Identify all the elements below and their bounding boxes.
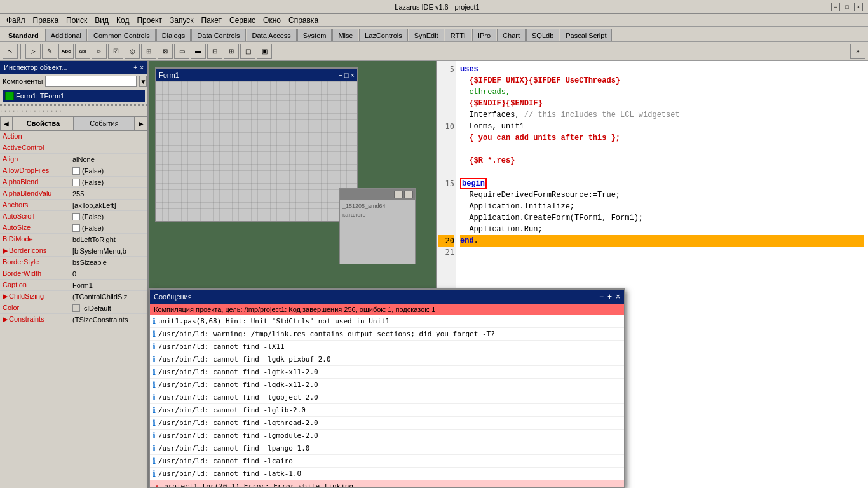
comp-btn-14[interactable]: ◫ [240,44,255,59]
menu-item-проект[interactable]: Проект [133,15,166,26]
palette-tab-ipro[interactable]: IPro [472,29,496,41]
menu-item-правка[interactable]: Правка [29,15,63,26]
tab-properties[interactable]: Свойства [13,116,74,130]
components-dropdown-btn[interactable]: ▼ [139,76,147,87]
prop-row-allowdropfiles[interactable]: AllowDropFiles(False) [0,165,147,177]
messages-close-btn[interactable]: × [616,292,620,301]
prop-checkbox-autosize[interactable] [72,224,80,232]
comp-btn-8[interactable]: ⊞ [141,44,156,59]
inspector-add-btn[interactable]: + [133,64,137,71]
palette-tab-additional[interactable]: Additional [45,29,87,41]
menu-item-файл[interactable]: Файл [3,15,29,26]
menu-item-вид[interactable]: Вид [91,15,112,26]
comp-btn-9[interactable]: ⊠ [158,44,173,59]
props-next-btn[interactable]: ▶ [135,116,147,130]
menu-item-запуск[interactable]: Запуск [166,15,198,26]
message-row-0[interactable]: ℹunit1.pas(8,68) Hint: Unit "StdCtrls" n… [150,315,624,328]
prop-row-alphablendvalu[interactable]: AlphaBlendValu255 [0,188,147,200]
palette-tab-misc[interactable]: Misc [332,29,358,41]
form1-content[interactable] [156,81,357,221]
menu-item-поиск[interactable]: Поиск [62,15,91,26]
prop-checkbox-autoscroll[interactable] [72,213,80,220]
message-row-4[interactable]: ℹ/usr/bin/ld: cannot find -lgtk-x11-2.0 [150,366,624,379]
palette-tab-rtti[interactable]: RTTI [445,29,471,41]
palette-tab-sqldb[interactable]: SQLdb [526,29,559,41]
menu-item-пакет[interactable]: Пакет [198,15,226,26]
palette-tab-chart[interactable]: Chart [497,29,526,41]
prop-row-borderstyle[interactable]: BorderStylebsSizeable [0,257,147,268]
comp-btn-6[interactable]: ☑ [108,44,123,59]
prop-row-color[interactable]: ColorclDefault [0,302,147,314]
message-row-5[interactable]: ℹ/usr/bin/ld: cannot find -lgdk-x11-2.0 [150,379,624,391]
palette-tab-lazcontrols[interactable]: LazControls [359,29,408,41]
close-button[interactable]: × [854,3,863,11]
menu-item-сервис[interactable]: Сервис [226,15,259,26]
inspector-close-btn[interactable]: × [140,64,144,71]
comp-btn-13[interactable]: ⊞ [224,44,239,59]
menu-item-код[interactable]: Код [112,15,133,26]
palette-tab-standard[interactable]: Standard [3,29,44,41]
comp-btn-12[interactable]: ⊟ [207,44,222,59]
prop-row-caption[interactable]: CaptionForm1 [0,280,147,291]
menu-item-справка[interactable]: Справка [285,15,322,26]
tree-item-form1[interactable]: Form1: TForm1 [3,90,145,102]
tab-events[interactable]: События [74,116,135,130]
message-row-11[interactable]: ℹ/usr/bin/ld: cannot find -lcairo [150,455,624,468]
comp-btn-7[interactable]: ◎ [125,44,140,59]
message-row-10[interactable]: ℹ/usr/bin/ld: cannot find -lpango-1.0 [150,442,624,455]
prop-checkbox-allowdropfiles[interactable] [72,167,80,175]
comp-btn-10[interactable]: ▭ [174,44,189,59]
comp-btn-4[interactable]: abl [75,44,90,59]
prop-row-autosize[interactable]: AutoSize(False) [0,222,147,234]
message-row-3[interactable]: ℹ/usr/bin/ld: cannot find -lgdk_pixbuf-2… [150,353,624,366]
palette-tab-data-controls[interactable]: Data Controls [191,29,245,41]
prop-row-borderwidth[interactable]: BorderWidth0 [0,268,147,280]
comp-btn-15[interactable]: ▣ [257,44,272,59]
prop-row-anchors[interactable]: Anchors[akTop,akLeft] [0,200,147,211]
palette-tab-synedit[interactable]: SynEdit [409,29,444,41]
message-row-1[interactable]: ℹ/usr/bin/ld: warning: /tmp/link.res con… [150,328,624,341]
maximize-button[interactable]: □ [843,3,851,11]
prop-checkbox-alphablend[interactable] [72,179,80,186]
prop-row-bordericons[interactable]: ▶BorderIcons[biSystemMenu,b [0,245,147,257]
comp-btn-3[interactable]: Abc [58,44,74,59]
form1-min-btn[interactable]: − [338,71,342,79]
pointer-tool[interactable]: ↖ [3,44,18,59]
prop-row-bidimode[interactable]: BiDiModebdLeftToRight [0,234,147,245]
comp-btn-2[interactable]: ✎ [42,44,57,59]
prop-row-constraints[interactable]: ▶Constraints(TSizeConstraints [0,314,147,325]
message-row-8[interactable]: ℹ/usr/bin/ld: cannot find -lgthread-2.0 [150,417,624,430]
components-input[interactable] [45,76,137,87]
prop-row-autoscroll[interactable]: AutoScroll(False) [0,211,147,222]
form1-max-btn[interactable]: □ [344,71,349,79]
message-row-2[interactable]: ℹ/usr/bin/ld: cannot find -lX11 [150,341,624,353]
props-prev-btn[interactable]: ◀ [0,116,13,130]
messages-list[interactable]: ℹunit1.pas(8,68) Hint: Unit "StdCtrls" n… [150,315,624,487]
palette-tab-pascal-script[interactable]: Pascal Script [560,29,612,41]
form1-window[interactable]: Form1 − □ × [155,67,358,222]
sub-min-btn[interactable] [394,191,403,198]
comp-btn-11[interactable]: ▬ [191,44,206,59]
message-row-9[interactable]: ℹ/usr/bin/ld: cannot find -lgmodule-2.0 [150,430,624,442]
prop-row-alphablend[interactable]: AlphaBlend(False) [0,177,147,188]
message-row-7[interactable]: ℹ/usr/bin/ld: cannot find -lglib-2.0 [150,404,624,417]
palette-tab-system[interactable]: System [297,29,332,41]
menu-item-окно[interactable]: Окно [259,15,285,26]
message-row-12[interactable]: ℹ/usr/bin/ld: cannot find -latk-1.0 [150,468,624,480]
sub-close-btn[interactable] [404,191,413,198]
comp-btn-last[interactable]: » [850,44,865,59]
prop-row-activecontrol[interactable]: ActiveControl [0,142,147,154]
comp-btn-5[interactable]: ▷ [92,44,107,59]
messages-min-btn[interactable]: − [599,292,604,301]
prop-row-childsizing[interactable]: ▶ChildSizing(TControlChildSiz [0,291,147,302]
prop-row-action[interactable]: Action [0,131,147,142]
form1-close-btn[interactable]: × [351,71,355,79]
message-row-6[interactable]: ℹ/usr/bin/ld: cannot find -lgobject-2.0 [150,391,624,404]
messages-max-btn[interactable]: + [607,292,612,301]
palette-tab-common-controls[interactable]: Common Controls [88,29,156,41]
palette-tab-dialogs[interactable]: Dialogs [156,29,191,41]
minimize-button[interactable]: − [831,3,840,11]
prop-row-align[interactable]: AlignalNone [0,154,147,165]
comp-btn-1[interactable]: ▷ [25,44,41,59]
palette-tab-data-access[interactable]: Data Access [247,29,297,41]
